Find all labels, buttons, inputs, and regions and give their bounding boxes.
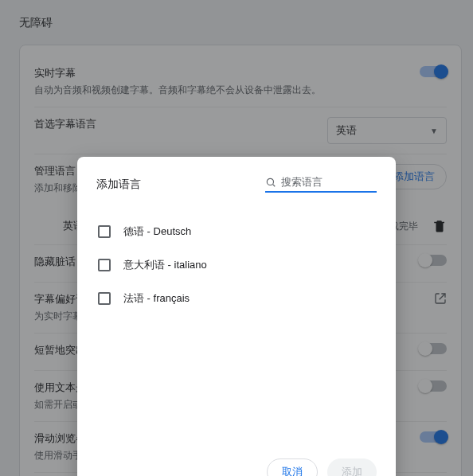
language-option[interactable]: 德语 - Deutsch [96, 215, 377, 248]
search-box[interactable] [265, 176, 377, 193]
checkbox[interactable] [98, 292, 111, 305]
option-label: 意大利语 - italiano [123, 258, 207, 272]
option-label: 德语 - Deutsch [123, 224, 191, 239]
dialog-title: 添加语言 [96, 178, 141, 192]
cancel-button[interactable]: 取消 [267, 458, 318, 476]
add-button[interactable]: 添加 [327, 458, 377, 476]
language-option[interactable]: 法语 - français [96, 282, 377, 315]
svg-line-1 [273, 184, 276, 186]
language-option[interactable]: 意大利语 - italiano [96, 248, 377, 282]
checkbox[interactable] [98, 225, 111, 238]
option-label: 法语 - français [123, 291, 190, 306]
add-language-dialog: 添加语言 德语 - Deutsch 意大利语 - italiano 法语 - f… [77, 157, 396, 476]
svg-point-0 [267, 178, 273, 185]
search-input[interactable] [281, 176, 377, 188]
search-icon [265, 177, 276, 188]
checkbox[interactable] [98, 259, 111, 271]
